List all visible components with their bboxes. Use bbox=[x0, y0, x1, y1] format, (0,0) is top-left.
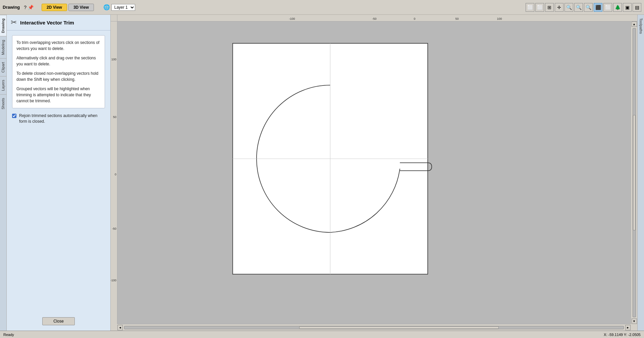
scroll-down-btn[interactable]: ▼ bbox=[632, 319, 637, 324]
h-scrollbar-track[interactable] bbox=[124, 326, 624, 329]
desc4: Grouped vectors will be highlighted when… bbox=[16, 86, 101, 104]
scroll-left-btn[interactable]: ◄ bbox=[117, 325, 123, 330]
panel-title: Interactive Vector Trim bbox=[20, 20, 74, 25]
panel-description: To trim overlapping vectors click on sec… bbox=[12, 35, 105, 108]
3d-view-tab[interactable]: 3D View bbox=[68, 4, 94, 11]
scroll-up-btn[interactable]: ▲ bbox=[632, 21, 637, 27]
toolpaths-label: Toolpaths bbox=[639, 18, 643, 34]
scrollbar-vertical[interactable]: ▲ ▼ bbox=[631, 21, 637, 324]
frame2-btn[interactable]: ▤ bbox=[633, 3, 641, 12]
scrollbar-horizontal[interactable]: ◄ ► bbox=[117, 324, 631, 331]
ruler-vertical: 100 50 0 -50 -100 bbox=[111, 21, 117, 324]
drawing-canvas[interactable] bbox=[117, 21, 631, 324]
sidebar-tab-clipart[interactable]: Clipart bbox=[0, 58, 6, 76]
status-coords: X: -59.1149 Y: -2.0505 bbox=[604, 333, 641, 337]
2d-view-tab[interactable]: 2D View bbox=[42, 4, 67, 11]
h-scrollbar-thumb[interactable] bbox=[299, 326, 499, 329]
grid-btn[interactable]: ⊞ bbox=[545, 3, 554, 12]
ruler-horizontal: -100 -50 0 50 100 bbox=[111, 15, 637, 21]
ruler-corner bbox=[111, 15, 117, 21]
rejoin-checkbox-row: Rejoin trimmed sections automatically wh… bbox=[12, 113, 105, 124]
desc1: To trim overlapping vectors click on sec… bbox=[16, 40, 101, 52]
pan-btn[interactable]: ✛ bbox=[555, 3, 564, 12]
zoom-dark-btn[interactable]: ⬛ bbox=[594, 3, 602, 12]
drawing-svg bbox=[117, 21, 631, 324]
app-title: Drawing bbox=[3, 5, 20, 10]
rejoin-checkbox[interactable] bbox=[12, 114, 16, 118]
v-scrollbar-track[interactable] bbox=[633, 28, 636, 317]
help-icon[interactable]: ? bbox=[24, 5, 26, 10]
layer-dropdown[interactable]: Layer 1 bbox=[111, 4, 135, 11]
zoom-light-btn[interactable]: ⬜ bbox=[603, 3, 612, 12]
scroll-right-btn[interactable]: ► bbox=[625, 325, 631, 330]
sidebar-tab-modeling[interactable]: Modeling bbox=[0, 36, 6, 58]
tree-btn[interactable]: 🌲 bbox=[613, 3, 622, 12]
status-text: Ready bbox=[3, 333, 14, 337]
pin-icon[interactable]: 📌 bbox=[28, 5, 34, 10]
status-bar: Ready X: -59.1149 Y: -2.0505 bbox=[0, 331, 644, 338]
layer-globe-icon: 🌐 bbox=[103, 4, 110, 10]
sidebar-tab-drawing[interactable]: Drawing bbox=[0, 15, 6, 36]
frame1-btn[interactable]: ▣ bbox=[623, 3, 632, 12]
select-icon-btn[interactable]: ⬜ bbox=[526, 3, 534, 12]
desc2: Alternatively click and drag over the se… bbox=[16, 55, 101, 67]
zoom-window-btn[interactable]: 🔍 bbox=[574, 3, 583, 12]
sidebar-tab-sheets[interactable]: Sheets bbox=[0, 94, 6, 113]
zoom-select-btn[interactable]: ⬜ bbox=[535, 3, 544, 12]
sidebar-tab-layers[interactable]: Layers bbox=[0, 76, 6, 94]
rejoin-label: Rejoin trimmed sections automatically wh… bbox=[19, 113, 105, 124]
v-scrollbar-thumb[interactable] bbox=[633, 115, 636, 230]
trim-icon: ✂ bbox=[11, 18, 17, 27]
zoom-sel-btn[interactable]: 🔍 bbox=[584, 3, 593, 12]
close-button[interactable]: Close bbox=[42, 317, 75, 325]
zoom-in-btn[interactable]: 🔍 bbox=[565, 3, 573, 12]
toolpaths-tab[interactable]: Toolpaths bbox=[637, 15, 644, 331]
desc3: To delete closed non-overlapping vectors… bbox=[16, 70, 101, 82]
